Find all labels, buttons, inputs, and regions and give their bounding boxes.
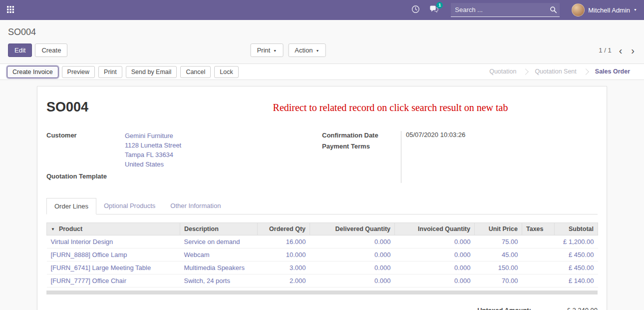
send-by-email-button[interactable]: Send by Email	[126, 66, 177, 78]
user-menu[interactable]: Mitchell Admin ▼	[572, 4, 637, 16]
notebook-tabs: Order Lines Optional Products Other Info…	[46, 198, 598, 214]
cell-description: Multimedia Speakers	[180, 262, 258, 274]
breadcrumb: SO004	[8, 27, 636, 38]
preview-button[interactable]: Preview	[62, 66, 95, 78]
cell-product: [FURN_8888] Office Lamp	[47, 248, 180, 262]
cell-description: Switch, 24 ports	[180, 274, 258, 288]
cell-taxes	[522, 236, 555, 248]
quotation-template-label: Quotation Template	[46, 172, 125, 180]
untaxed-amount-label: Untaxed Amount:	[477, 306, 531, 310]
customer-name[interactable]: Gemini Furniture	[125, 131, 181, 140]
header-product: ▼Product	[47, 223, 180, 236]
untaxed-amount-value: £ 2,240.00	[550, 306, 598, 310]
cell-taxes	[522, 248, 555, 262]
cell-product: [FURN_6741] Large Meeting Table	[47, 262, 180, 274]
header-invoiced-quantity: Invoiced Quantity	[395, 223, 475, 236]
header-delivered-quantity: Delivered Quantity	[310, 223, 395, 236]
tab-optional-products[interactable]: Optional Products	[96, 198, 163, 214]
status-step-quotation-sent[interactable]: Quotation Sent	[527, 64, 584, 80]
cell-description: Service on demand	[180, 236, 258, 248]
cell-unit-price: 75.00	[475, 236, 522, 248]
cell-ordered-qty: 3.000	[258, 262, 310, 274]
user-name: Mitchell Admin	[588, 6, 630, 14]
print-dropdown-button[interactable]: Print▼	[251, 44, 284, 57]
pager-previous-button[interactable]: ‹	[618, 46, 624, 56]
cell-product: Virtual Interior Design	[47, 236, 180, 248]
cell-subtotal: £ 1,200.00	[555, 236, 598, 248]
table-header-row: ▼Product Description Ordered Qty Deliver…	[47, 223, 598, 236]
cell-ordered-qty: 16.000	[258, 236, 310, 248]
table-row[interactable]: [FURN_6741] Large Meeting Table Multimed…	[47, 262, 598, 274]
cell-subtotal: £ 450.00	[555, 262, 598, 274]
edit-button[interactable]: Edit	[8, 44, 32, 57]
table-row[interactable]: [FURN_7777] Office Chair Switch, 24 port…	[47, 274, 598, 288]
payment-terms-value[interactable]	[406, 142, 465, 151]
statusbar: Create Invoice Preview Print Send by Ema…	[0, 64, 644, 80]
message-count-badge: 1	[436, 2, 443, 8]
annotation-text: Redirect to related record on click sear…	[88, 100, 598, 114]
cell-delivered-qty: 0.000	[310, 274, 395, 288]
cancel-button[interactable]: Cancel	[180, 66, 211, 78]
apps-grid-icon	[7, 6, 14, 14]
payment-terms-label: Payment Terms	[322, 142, 401, 150]
status-step-sales-order[interactable]: Sales Order	[587, 64, 638, 80]
sales-order-sheet: SO004 Redirect to related record on clic…	[37, 86, 607, 310]
table-row[interactable]: Virtual Interior Design Service on deman…	[47, 236, 598, 248]
order-lines-table: ▼Product Description Ordered Qty Deliver…	[46, 222, 598, 288]
customer-address-line: United States	[125, 160, 181, 169]
cell-invoiced-qty: 0.000	[395, 274, 475, 288]
cell-subtotal: £ 450.00	[555, 248, 598, 262]
cell-ordered-qty: 2.000	[258, 274, 310, 288]
lock-button[interactable]: Lock	[214, 66, 238, 78]
cell-delivered-qty: 0.000	[310, 248, 395, 262]
group-caret-icon[interactable]: ▼	[51, 227, 55, 232]
cell-delivered-qty: 0.000	[310, 262, 395, 274]
header-unit-price: Unit Price	[475, 223, 522, 236]
cell-product: [FURN_7777] Office Chair	[47, 274, 180, 288]
status-steps: Quotation Quotation Sent Sales Order	[481, 64, 644, 80]
cell-description: Webcam	[180, 248, 258, 262]
totals-row: Untaxed Amount: £ 2,240.00	[46, 306, 598, 310]
chevron-down-icon: ▼	[273, 49, 277, 52]
customer-label: Customer	[46, 131, 125, 169]
control-panel: SO004 Edit Create Print▼ Action▼ 1 / 1 ‹…	[0, 20, 644, 64]
cell-invoiced-qty: 0.000	[395, 248, 475, 262]
search-input[interactable]	[451, 3, 560, 17]
cell-subtotal: £ 140.00	[555, 274, 598, 288]
cell-unit-price: 150.00	[475, 262, 522, 274]
search-icon[interactable]	[550, 6, 557, 15]
top-navbar: 1 Mitchell Admin ▼	[0, 0, 644, 20]
header-subtotal: Subtotal	[555, 223, 598, 236]
pager-next-button[interactable]: ›	[630, 46, 636, 56]
cell-unit-price: 70.00	[475, 274, 522, 288]
cell-invoiced-qty: 0.000	[395, 262, 475, 274]
confirmation-date-value: 05/07/2020 10:03:26	[406, 131, 465, 140]
header-taxes: Taxes	[522, 223, 555, 236]
activities-button[interactable]	[411, 5, 420, 15]
cell-taxes	[522, 274, 555, 288]
table-horizontal-scrollbar[interactable]	[46, 290, 598, 294]
main-content: SO004 Redirect to related record on clic…	[0, 80, 644, 310]
status-step-quotation[interactable]: Quotation	[481, 64, 524, 80]
create-button[interactable]: Create	[35, 44, 67, 57]
action-dropdown-button[interactable]: Action▼	[288, 44, 325, 57]
create-invoice-button[interactable]: Create Invoice	[7, 66, 58, 78]
pager-value: 1 / 1	[599, 46, 611, 54]
customer-address-line: Tampa FL 33634	[125, 150, 181, 160]
chevron-down-icon: ▼	[634, 8, 637, 12]
print-button[interactable]: Print	[98, 66, 122, 78]
messages-button[interactable]: 1	[429, 5, 439, 15]
user-avatar	[572, 4, 585, 16]
cell-taxes	[522, 262, 555, 274]
cell-unit-price: 45.00	[475, 248, 522, 262]
cell-delivered-qty: 0.000	[310, 236, 395, 248]
tab-other-information[interactable]: Other Information	[163, 198, 228, 214]
cell-invoiced-qty: 0.000	[395, 236, 475, 248]
apps-menu-button[interactable]	[7, 6, 14, 14]
tab-order-lines[interactable]: Order Lines	[46, 198, 96, 214]
chevron-down-icon: ▼	[316, 49, 319, 52]
clock-icon	[411, 5, 420, 15]
customer-link[interactable]: Gemini Furniture 1128 Lunetta Street Tam…	[125, 131, 181, 169]
page-title: SO004	[46, 100, 88, 115]
table-row[interactable]: [FURN_8888] Office Lamp Webcam 10.000 0.…	[47, 248, 598, 262]
